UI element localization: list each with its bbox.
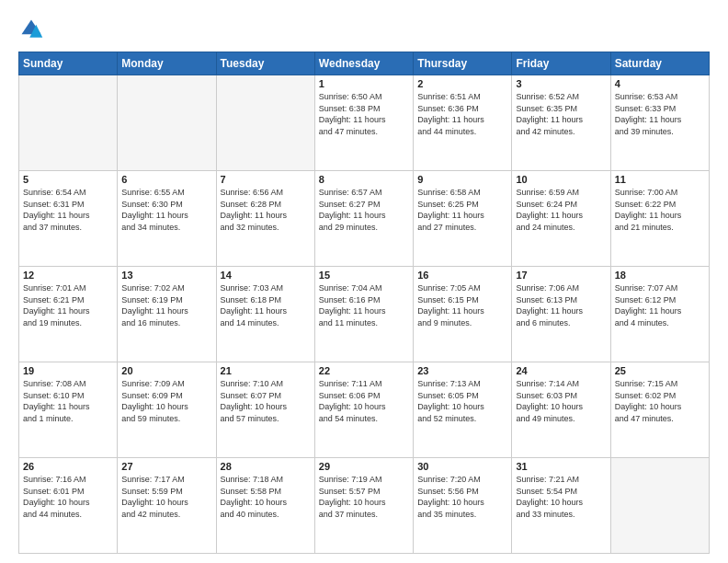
calendar-day-19: 19Sunrise: 7:08 AM Sunset: 6:10 PM Dayli… (19, 362, 118, 458)
day-number: 19 (23, 365, 113, 376)
calendar-week-4: 19Sunrise: 7:08 AM Sunset: 6:10 PM Dayli… (19, 362, 710, 458)
weekday-header-friday: Friday (512, 52, 610, 75)
calendar-table: SundayMondayTuesdayWednesdayThursdayFrid… (18, 52, 710, 554)
calendar-week-5: 26Sunrise: 7:16 AM Sunset: 6:01 PM Dayli… (19, 458, 710, 554)
calendar-day-28: 28Sunrise: 7:18 AM Sunset: 5:58 PM Dayli… (216, 458, 314, 554)
day-number: 1 (319, 78, 409, 89)
weekday-header-sunday: Sunday (19, 52, 118, 75)
calendar-day-22: 22Sunrise: 7:11 AM Sunset: 6:06 PM Dayli… (314, 362, 413, 458)
day-number: 7 (221, 174, 311, 185)
calendar-week-2: 5Sunrise: 6:54 AM Sunset: 6:31 PM Daylig… (19, 171, 710, 267)
calendar-day-14: 14Sunrise: 7:03 AM Sunset: 6:18 PM Dayli… (216, 267, 314, 362)
day-number: 5 (23, 174, 113, 185)
day-number: 17 (516, 270, 606, 281)
day-number: 29 (319, 461, 409, 472)
day-info: Sunrise: 7:13 AM Sunset: 6:05 PM Dayligh… (417, 378, 507, 424)
calendar-day-15: 15Sunrise: 7:04 AM Sunset: 6:16 PM Dayli… (314, 267, 413, 362)
day-info: Sunrise: 7:07 AM Sunset: 6:12 PM Dayligh… (615, 282, 705, 328)
day-info: Sunrise: 6:56 AM Sunset: 6:28 PM Dayligh… (221, 187, 311, 233)
calendar-day-4: 4Sunrise: 6:53 AM Sunset: 6:33 PM Daylig… (610, 75, 709, 171)
day-info: Sunrise: 7:21 AM Sunset: 5:54 PM Dayligh… (516, 474, 606, 520)
calendar-empty (216, 75, 314, 171)
weekday-header-saturday: Saturday (610, 52, 709, 75)
calendar-empty (118, 75, 216, 171)
day-number: 4 (615, 78, 705, 89)
day-info: Sunrise: 7:10 AM Sunset: 6:07 PM Dayligh… (221, 378, 311, 424)
day-number: 31 (516, 461, 606, 472)
day-info: Sunrise: 7:00 AM Sunset: 6:22 PM Dayligh… (615, 187, 705, 233)
calendar-day-5: 5Sunrise: 6:54 AM Sunset: 6:31 PM Daylig… (19, 171, 118, 267)
header (18, 17, 710, 42)
day-number: 6 (121, 174, 211, 185)
calendar-day-11: 11Sunrise: 7:00 AM Sunset: 6:22 PM Dayli… (610, 171, 709, 267)
logo (18, 17, 48, 42)
day-info: Sunrise: 6:57 AM Sunset: 6:27 PM Dayligh… (319, 187, 409, 233)
calendar-day-23: 23Sunrise: 7:13 AM Sunset: 6:05 PM Dayli… (414, 362, 512, 458)
calendar-day-16: 16Sunrise: 7:05 AM Sunset: 6:15 PM Dayli… (414, 267, 512, 362)
calendar-empty (19, 75, 118, 171)
day-number: 9 (417, 174, 507, 185)
day-number: 28 (221, 461, 311, 472)
day-number: 8 (319, 174, 409, 185)
calendar-day-26: 26Sunrise: 7:16 AM Sunset: 6:01 PM Dayli… (19, 458, 118, 554)
day-number: 25 (615, 365, 705, 376)
day-info: Sunrise: 7:01 AM Sunset: 6:21 PM Dayligh… (23, 282, 113, 328)
calendar-week-1: 1Sunrise: 6:50 AM Sunset: 6:38 PM Daylig… (19, 75, 710, 171)
calendar-day-30: 30Sunrise: 7:20 AM Sunset: 5:56 PM Dayli… (414, 458, 512, 554)
day-number: 14 (221, 270, 311, 281)
day-info: Sunrise: 7:02 AM Sunset: 6:19 PM Dayligh… (121, 282, 211, 328)
calendar-day-20: 20Sunrise: 7:09 AM Sunset: 6:09 PM Dayli… (118, 362, 216, 458)
day-info: Sunrise: 6:55 AM Sunset: 6:30 PM Dayligh… (121, 187, 211, 233)
day-number: 11 (615, 174, 705, 185)
day-number: 13 (121, 270, 211, 281)
day-number: 22 (319, 365, 409, 376)
day-number: 21 (221, 365, 311, 376)
day-info: Sunrise: 7:18 AM Sunset: 5:58 PM Dayligh… (221, 474, 311, 520)
calendar-day-29: 29Sunrise: 7:19 AM Sunset: 5:57 PM Dayli… (314, 458, 413, 554)
calendar-day-27: 27Sunrise: 7:17 AM Sunset: 5:59 PM Dayli… (118, 458, 216, 554)
day-info: Sunrise: 6:51 AM Sunset: 6:36 PM Dayligh… (417, 91, 507, 137)
calendar-day-18: 18Sunrise: 7:07 AM Sunset: 6:12 PM Dayli… (610, 267, 709, 362)
calendar-day-8: 8Sunrise: 6:57 AM Sunset: 6:27 PM Daylig… (314, 171, 413, 267)
logo-icon (18, 17, 44, 42)
day-number: 3 (516, 78, 606, 89)
calendar-day-3: 3Sunrise: 6:52 AM Sunset: 6:35 PM Daylig… (512, 75, 610, 171)
calendar-day-1: 1Sunrise: 6:50 AM Sunset: 6:38 PM Daylig… (314, 75, 413, 171)
day-number: 26 (23, 461, 113, 472)
calendar-day-25: 25Sunrise: 7:15 AM Sunset: 6:02 PM Dayli… (610, 362, 709, 458)
calendar-empty (610, 458, 709, 554)
calendar-day-2: 2Sunrise: 6:51 AM Sunset: 6:36 PM Daylig… (414, 75, 512, 171)
day-info: Sunrise: 6:54 AM Sunset: 6:31 PM Dayligh… (23, 187, 113, 233)
day-info: Sunrise: 6:59 AM Sunset: 6:24 PM Dayligh… (516, 187, 606, 233)
day-info: Sunrise: 6:52 AM Sunset: 6:35 PM Dayligh… (516, 91, 606, 137)
day-info: Sunrise: 7:09 AM Sunset: 6:09 PM Dayligh… (121, 378, 211, 424)
day-number: 20 (121, 365, 211, 376)
calendar-day-10: 10Sunrise: 6:59 AM Sunset: 6:24 PM Dayli… (512, 171, 610, 267)
day-info: Sunrise: 6:58 AM Sunset: 6:25 PM Dayligh… (417, 187, 507, 233)
calendar-day-13: 13Sunrise: 7:02 AM Sunset: 6:19 PM Dayli… (118, 267, 216, 362)
weekday-header-wednesday: Wednesday (314, 52, 413, 75)
day-number: 16 (417, 270, 507, 281)
day-number: 12 (23, 270, 113, 281)
day-number: 27 (121, 461, 211, 472)
calendar-day-24: 24Sunrise: 7:14 AM Sunset: 6:03 PM Dayli… (512, 362, 610, 458)
weekday-header-thursday: Thursday (414, 52, 512, 75)
weekday-header-tuesday: Tuesday (216, 52, 314, 75)
day-info: Sunrise: 7:15 AM Sunset: 6:02 PM Dayligh… (615, 378, 705, 424)
day-info: Sunrise: 7:06 AM Sunset: 6:13 PM Dayligh… (516, 282, 606, 328)
day-info: Sunrise: 7:17 AM Sunset: 5:59 PM Dayligh… (121, 474, 211, 520)
calendar-day-9: 9Sunrise: 6:58 AM Sunset: 6:25 PM Daylig… (414, 171, 512, 267)
calendar-week-3: 12Sunrise: 7:01 AM Sunset: 6:21 PM Dayli… (19, 267, 710, 362)
day-number: 23 (417, 365, 507, 376)
day-number: 10 (516, 174, 606, 185)
day-number: 24 (516, 365, 606, 376)
calendar-day-21: 21Sunrise: 7:10 AM Sunset: 6:07 PM Dayli… (216, 362, 314, 458)
day-info: Sunrise: 7:14 AM Sunset: 6:03 PM Dayligh… (516, 378, 606, 424)
day-number: 2 (417, 78, 507, 89)
day-info: Sunrise: 7:16 AM Sunset: 6:01 PM Dayligh… (23, 474, 113, 520)
day-info: Sunrise: 7:05 AM Sunset: 6:15 PM Dayligh… (417, 282, 507, 328)
calendar-day-31: 31Sunrise: 7:21 AM Sunset: 5:54 PM Dayli… (512, 458, 610, 554)
calendar-day-17: 17Sunrise: 7:06 AM Sunset: 6:13 PM Dayli… (512, 267, 610, 362)
day-info: Sunrise: 7:11 AM Sunset: 6:06 PM Dayligh… (319, 378, 409, 424)
calendar-day-12: 12Sunrise: 7:01 AM Sunset: 6:21 PM Dayli… (19, 267, 118, 362)
